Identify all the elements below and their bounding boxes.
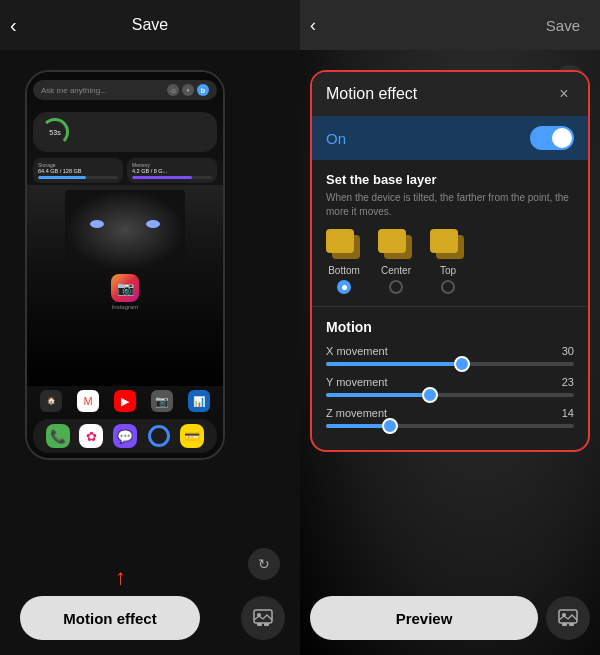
svg-rect-6: [562, 623, 567, 626]
toggle-label: On: [326, 130, 346, 147]
phone-widget: 53s: [33, 112, 217, 152]
layer-radio-bottom[interactable]: [337, 280, 351, 294]
memory-bar: [132, 176, 212, 179]
toggle-switch[interactable]: [530, 126, 574, 150]
layer-option-center[interactable]: Center: [378, 229, 414, 294]
image-icon-left: [253, 609, 273, 627]
x-movement-value: 30: [562, 345, 574, 357]
right-area: ↻ Motion effect × On Set the base layer …: [300, 50, 600, 655]
x-movement-row: X movement 30: [326, 345, 574, 366]
z-slider-fill: [326, 424, 390, 428]
layer-card-front-center: [378, 229, 406, 253]
dock-call[interactable]: 📞: [46, 424, 70, 448]
storage-bar: [38, 176, 118, 179]
app-youtube[interactable]: ▶: [114, 390, 136, 412]
back-button-left[interactable]: ‹: [10, 14, 17, 37]
header-left: ‹ Save: [0, 0, 300, 50]
base-layer-title: Set the base layer: [326, 172, 574, 187]
instagram-label: Instagram: [112, 304, 139, 310]
phone-search-icons: ⊙ ♦ b: [167, 84, 209, 96]
y-slider-fill: [326, 393, 430, 397]
phone-dock: 📞 ✿ 💬 💳: [33, 419, 217, 453]
y-label-row: Y movement 23: [326, 376, 574, 388]
tiger-eye-right: [146, 220, 160, 228]
tiger-background: 📷 Instagram: [27, 185, 223, 386]
layer-radio-top[interactable]: [441, 280, 455, 294]
phone-icon-cam: ⊙: [167, 84, 179, 96]
z-movement-label: Z movement: [326, 407, 387, 419]
layer-option-bottom[interactable]: Bottom: [326, 229, 362, 294]
base-layer-desc: When the device is tilted, the farther f…: [326, 191, 574, 219]
instagram-icon[interactable]: 📷: [111, 274, 139, 302]
svg-rect-7: [569, 623, 574, 626]
storage-row: Storage 64.4 GB / 128 GB Memory 4.2 GB /…: [33, 158, 217, 183]
app-gmail[interactable]: M: [77, 390, 99, 412]
x-slider-thumb[interactable]: [454, 356, 470, 372]
layer-card-front-bottom: [326, 229, 354, 253]
layer-option-top[interactable]: Top: [430, 229, 466, 294]
tiger-face: [65, 190, 185, 270]
z-movement-row: Z movement 14: [326, 407, 574, 428]
memory-bar-fill: [132, 176, 192, 179]
dock-blossom[interactable]: ✿: [79, 424, 103, 448]
thumbnail-button-right[interactable]: [546, 596, 590, 640]
app-home[interactable]: 🏠: [40, 390, 62, 412]
y-slider-track[interactable]: [326, 393, 574, 397]
x-label-row: X movement 30: [326, 345, 574, 357]
memory-value: 4.2 GB / 8 G...: [132, 168, 212, 174]
layer-label-top: Top: [440, 265, 456, 276]
svg-rect-3: [264, 623, 269, 626]
panel-title: Motion effect: [326, 85, 417, 103]
phone-icon-b: b: [197, 84, 209, 96]
phone-mockup: Ask me anything... ⊙ ♦ b 53s Storage 64.…: [25, 70, 225, 460]
y-movement-value: 23: [562, 376, 574, 388]
storage-card: Storage 64.4 GB / 128 GB: [33, 158, 123, 183]
red-arrow-indicator: ↓: [115, 567, 126, 593]
phone-search-placeholder: Ask me anything...: [41, 86, 163, 95]
x-movement-label: X movement: [326, 345, 388, 357]
right-bottom-buttons: Preview: [310, 596, 590, 640]
z-label-row: Z movement 14: [326, 407, 574, 419]
dock-wallet[interactable]: 💳: [180, 424, 204, 448]
toggle-knob: [552, 128, 572, 148]
motion-title: Motion: [326, 319, 574, 335]
layer-label-bottom: Bottom: [328, 265, 360, 276]
save-button-right[interactable]: Save: [546, 17, 580, 34]
panel-header: Motion effect ×: [312, 72, 588, 116]
tiger-eye-left: [90, 220, 104, 228]
image-icon-right: [558, 609, 578, 627]
phone-search-bar[interactable]: Ask me anything... ⊙ ♦ b: [33, 80, 217, 100]
motion-section: Motion X movement 30 Y movement 23: [312, 307, 588, 450]
memory-card: Memory 4.2 GB / 8 G...: [127, 158, 217, 183]
layer-options: Bottom Center: [326, 229, 574, 294]
thumbnail-button-left[interactable]: [241, 596, 285, 640]
z-slider-thumb[interactable]: [382, 418, 398, 434]
chrome-ring: [148, 425, 170, 447]
app-analytics[interactable]: 📊: [188, 390, 210, 412]
z-slider-track[interactable]: [326, 424, 574, 428]
layer-radio-center[interactable]: [389, 280, 403, 294]
y-slider-thumb[interactable]: [422, 387, 438, 403]
left-area: Ask me anything... ⊙ ♦ b 53s Storage 64.…: [0, 50, 300, 655]
y-movement-row: Y movement 23: [326, 376, 574, 397]
widget-circle: 53s: [41, 118, 69, 146]
layer-icon-center: [378, 229, 414, 261]
storage-bar-fill: [38, 176, 86, 179]
toggle-row: On: [312, 116, 588, 160]
svg-rect-2: [257, 623, 262, 626]
dock-chrome[interactable]: [147, 424, 171, 448]
layer-icon-bottom: [326, 229, 362, 261]
dock-messages[interactable]: 💬: [113, 424, 137, 448]
x-slider-track[interactable]: [326, 362, 574, 366]
back-button-right[interactable]: ‹: [310, 15, 316, 36]
storage-value: 64.4 GB / 128 GB: [38, 168, 118, 174]
base-layer-section: Set the base layer When the device is ti…: [312, 160, 588, 307]
close-button[interactable]: ×: [554, 84, 574, 104]
app-row: 🏠 M ▶ 📷 📊: [27, 386, 223, 416]
refresh-button-left[interactable]: ↻: [248, 548, 280, 580]
preview-button[interactable]: Preview: [310, 596, 538, 640]
y-movement-label: Y movement: [326, 376, 388, 388]
app-camera[interactable]: 📷: [151, 390, 173, 412]
motion-effect-button[interactable]: Motion effect: [20, 596, 200, 640]
z-movement-value: 14: [562, 407, 574, 419]
